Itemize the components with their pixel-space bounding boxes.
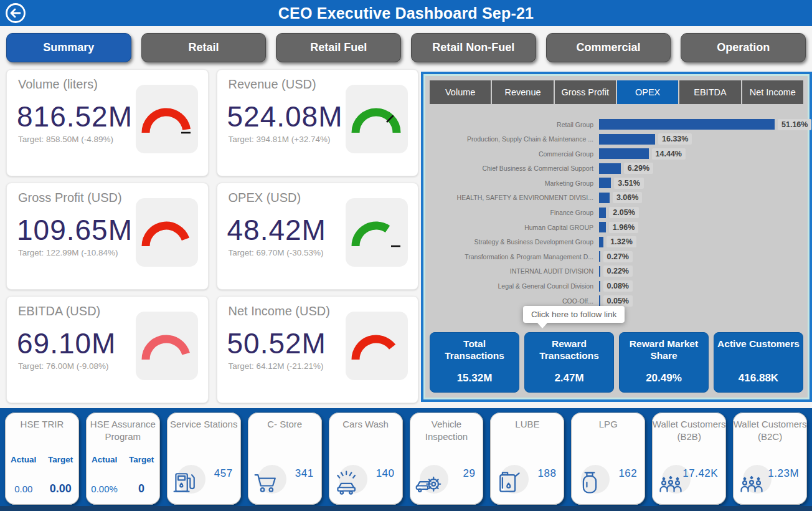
chart-row: Commercial Group14.44% — [425, 148, 808, 159]
metric-card-value: 416.88K — [739, 372, 778, 384]
chart-bar[interactable] — [599, 119, 775, 130]
metric-card-title: Reward Transactions — [527, 338, 611, 362]
panel-tab-opex[interactable]: OPEX — [617, 80, 678, 104]
kpi-title: EBITDA (USD) — [18, 304, 100, 318]
metric-card-reward-market-share[interactable]: Reward Market Share20.49% — [619, 332, 709, 393]
gauge-arc-icon — [349, 217, 404, 251]
chart-category-label: Retail Group — [425, 121, 599, 128]
kpi-target: Target: 394.81M (+32.74%) — [229, 135, 331, 144]
kpi-card: OPEX (USD)48.42MTarget: 69.70M (-30.53%) — [217, 183, 419, 290]
kpi-title: Gross Profit (USD) — [18, 191, 122, 205]
chart-row: Production, Supply Chain & Maintenance .… — [425, 134, 808, 145]
bottom-card-title: LUBE — [490, 413, 564, 431]
nav-tabs: SummaryRetailRetail FuelRetail Non-FuelC… — [6, 33, 806, 62]
chart-row: Retail Group51.16% — [425, 119, 808, 130]
header-bar: CEO Executive Dashboard Sep-21 — [0, 0, 812, 26]
chart-bar[interactable] — [599, 148, 649, 159]
bottom-card-value: 29 — [463, 467, 476, 480]
bottom-card-cars-wash: Cars Wash140 — [329, 413, 403, 505]
chart-value-label: 0.05% — [603, 295, 633, 307]
gauge-arc-icon — [139, 103, 194, 137]
bottom-card-wallet-customers-b2c-: Wallet Customers (B2C)1.23M — [733, 413, 807, 505]
metric-card-reward-transactions[interactable]: Reward Transactions2.47M — [524, 332, 614, 393]
kpi-card: Net Income (USD)50.52MTarget: 64.12M (-2… — [217, 296, 419, 403]
chart-bar[interactable] — [599, 251, 600, 262]
bottom-card-value: 162 — [618, 467, 637, 480]
kpi-card: Volume (liters)816.52MTarget: 858.50M (-… — [6, 69, 209, 176]
bottom-card-lube: LUBE188 — [490, 413, 564, 505]
chart-category-label: INTERNAL AUDIT DIVISION — [425, 267, 599, 275]
column-header: Target — [123, 455, 159, 464]
chart-value-label: 3.06% — [613, 192, 642, 203]
actual-value: 0.00 — [5, 484, 42, 494]
chart-bar[interactable] — [599, 237, 603, 247]
kpi-value: 816.52M — [17, 100, 133, 133]
chart-bar[interactable] — [599, 163, 621, 174]
panel-tab-volume[interactable]: Volume — [430, 80, 491, 104]
panel-tab-net-income[interactable]: Net Income — [742, 80, 803, 104]
panel-tab-ebitda[interactable]: EBITDA — [679, 80, 740, 104]
chart-bar[interactable] — [599, 295, 600, 306]
kpi-title: Revenue (USD) — [229, 77, 316, 92]
actual-value: 0.00% — [86, 484, 123, 494]
bottom-card-title: Cars Wash — [329, 413, 403, 431]
chart-row: COO-Off...0.05% — [425, 295, 808, 306]
chart-row: Marketing Group3.51% — [425, 178, 808, 188]
chart-bar[interactable] — [599, 193, 610, 203]
metric-card-title: Reward Market Share — [622, 338, 706, 362]
kpi-card: Gross Profit (USD)109.65MTarget: 122.99M… — [6, 183, 209, 290]
kpi-title: OPEX (USD) — [229, 191, 301, 205]
kpi-gauge — [346, 198, 408, 267]
nav-tab-operation[interactable]: Operation — [681, 33, 806, 62]
target-value: 0.00 — [42, 482, 78, 495]
bottom-card-value: 457 — [214, 467, 233, 480]
chart-bar[interactable] — [599, 208, 606, 218]
fuel-pump-icon — [172, 469, 199, 496]
kpi-target: Target: 69.70M (-30.53%) — [229, 248, 324, 257]
column-header: Target — [42, 455, 78, 464]
kpi-target: Target: 858.50M (-4.89%) — [18, 135, 113, 144]
metric-card-title: Active Customers — [717, 338, 800, 350]
chart-row: Chief Business & Commercial Support6.29% — [425, 163, 808, 174]
chart-row: Legal & General Council Division0.08% — [425, 281, 808, 292]
bottom-card-wallet-customers-b2b-: Wallet Customers (B2B)17.42K — [652, 413, 726, 505]
chart-value-label: 16.33% — [658, 133, 692, 145]
customers-group-icon — [738, 469, 765, 496]
panel-tab-gross-profit[interactable]: Gross Profit — [555, 80, 616, 104]
chart-category-label: COO-Off... — [425, 297, 599, 305]
bottom-kpi-cards: HSE TRIRActualTarget0.000.00HSE Assuranc… — [5, 413, 807, 505]
nav-tab-retail[interactable]: Retail — [141, 33, 267, 62]
panel-tab-revenue[interactable]: Revenue — [492, 80, 553, 104]
nav-tab-commercial[interactable]: Commercial — [546, 33, 671, 62]
column-header: Actual — [5, 455, 42, 464]
chart-bar[interactable] — [599, 134, 655, 145]
metric-card-value: 20.49% — [646, 372, 682, 384]
chart-row: INTERNAL AUDIT DIVISION0.22% — [425, 266, 808, 277]
gauge-arc-icon — [349, 330, 404, 364]
chart-value-label: 14.44% — [652, 148, 686, 160]
nav-tab-retail-fuel[interactable]: Retail Fuel — [276, 33, 401, 62]
bottom-card-title: Service Stations — [167, 413, 241, 431]
bottom-card-service-stations: Service Stations457 — [167, 413, 241, 505]
gauge-arc-icon — [139, 217, 194, 251]
gas-cylinder-icon — [576, 469, 603, 496]
metric-card-active-customers[interactable]: Active Customers416.88K — [714, 332, 803, 393]
kpi-gauge — [136, 198, 198, 267]
chart-value-label: 1.96% — [609, 222, 638, 233]
nav-tab-retail-non-fuel[interactable]: Retail Non-Fuel — [411, 33, 536, 62]
kpi-value: 69.10M — [17, 327, 116, 360]
chart-value-label: 6.29% — [624, 163, 653, 174]
link-tooltip: Click here to follow link — [523, 306, 625, 323]
actual-target-values: 0.000.00 — [5, 482, 79, 495]
chart-bar[interactable] — [599, 222, 606, 232]
metric-card-total-transactions[interactable]: Total Transactions15.32M — [430, 332, 519, 393]
nav-tab-summary[interactable]: Summary — [6, 33, 131, 62]
chart-category-label: HEALTH, SAFETY & ENVIRONMENT DIVISI... — [425, 194, 599, 201]
chart-bar[interactable] — [599, 178, 611, 188]
chart-bar[interactable] — [599, 281, 600, 292]
chart-category-label: Human Capital GROUP — [425, 224, 599, 231]
chart-bar[interactable] — [599, 266, 600, 277]
chart-category-label: Chief Business & Commercial Support — [425, 165, 599, 172]
chart-category-label: Finance Group — [425, 209, 599, 216]
target-value: 0 — [123, 482, 159, 495]
